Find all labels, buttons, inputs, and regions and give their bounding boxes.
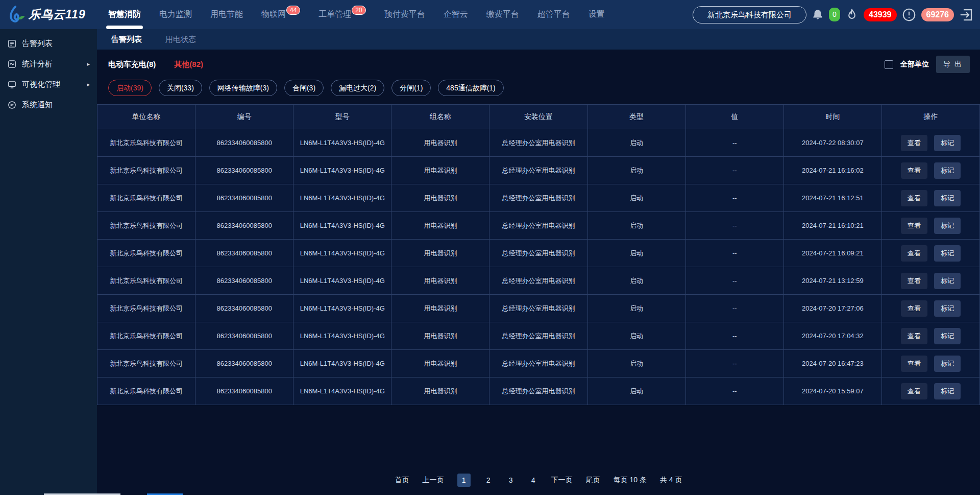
view-button[interactable]: 查看 <box>901 273 927 289</box>
alarm-type-chip[interactable]: 网络传输故障(3) <box>209 80 277 96</box>
pagination-last[interactable]: 尾页 <box>586 476 600 485</box>
sidebar-item-label: 告警列表 <box>22 39 53 49</box>
cell-unit-name: 新北京乐鸟科技有限公司 <box>97 212 195 240</box>
pagination-next[interactable]: 下一页 <box>551 476 573 485</box>
sidebar-item-alarm-list[interactable]: 告警列表 <box>0 33 97 54</box>
cell-alarm-type: 启动 <box>587 212 685 240</box>
cell-actions: 查看 标记 <box>881 295 979 322</box>
nav-item[interactable]: 智慧消防 <box>108 1 141 28</box>
category-filter[interactable]: 电动车充电(8) <box>108 60 156 69</box>
exclamation-icon[interactable] <box>901 7 917 22</box>
content-tab[interactable]: 用电状态 <box>165 35 196 44</box>
sidebar-item-label: 系统通知 <box>22 100 53 110</box>
export-button[interactable]: 导 出 <box>936 56 970 73</box>
fire-icon[interactable] <box>845 8 859 22</box>
mark-button[interactable]: 标记 <box>934 162 961 179</box>
pagination-page[interactable]: 2 <box>484 476 493 484</box>
view-button[interactable]: 查看 <box>901 190 927 206</box>
cell-value: -- <box>685 267 783 295</box>
logout-icon[interactable] <box>959 7 974 22</box>
sidebar-item-system-notice[interactable]: 系统通知 <box>0 95 97 115</box>
mark-button[interactable]: 标记 <box>934 356 961 372</box>
company-selector[interactable]: 新北京乐鸟科技有限公司 <box>693 6 806 23</box>
cell-time: 2024-07-21 13:12:59 <box>783 267 881 295</box>
category-filter[interactable]: 其他(82) <box>174 60 203 69</box>
view-button[interactable]: 查看 <box>901 135 927 151</box>
view-button[interactable]: 查看 <box>901 245 927 262</box>
cell-actions: 查看 标记 <box>881 322 979 350</box>
cell-install-location: 总经理办公室用电器识别 <box>489 350 587 378</box>
pagination-page[interactable]: 3 <box>506 476 516 484</box>
cell-group-name: 用电器识别 <box>391 378 489 405</box>
column-header: 编号 <box>195 105 293 129</box>
mark-button[interactable]: 标记 <box>934 135 961 151</box>
alarm-type-chip[interactable]: 合闸(3) <box>284 80 324 96</box>
cell-install-location: 总经理办公室用电器识别 <box>489 157 587 184</box>
nav-item[interactable]: 设置 <box>589 1 605 28</box>
view-button[interactable]: 查看 <box>901 162 927 179</box>
view-button[interactable]: 查看 <box>901 383 927 399</box>
column-header: 值 <box>685 105 783 129</box>
nav-item[interactable]: 用电节能 <box>210 1 243 28</box>
view-button[interactable]: 查看 <box>901 356 927 372</box>
cell-model: LN6M-L1T4A3V3-HS(ID)-4G <box>293 240 391 267</box>
table-row: 新北京乐鸟科技有限公司 862334060085800 LN6M-L1T4A3V… <box>97 129 980 157</box>
nav-item[interactable]: 超管平台 <box>537 1 570 28</box>
mark-button[interactable]: 标记 <box>934 383 961 399</box>
pagination-page[interactable]: 1 <box>457 474 471 487</box>
cell-device-code: 862334060085800 <box>195 350 293 378</box>
pagination-page[interactable]: 4 <box>529 476 538 484</box>
table-body: 新北京乐鸟科技有限公司 862334060085800 LN6M-L1T4A3V… <box>97 129 980 405</box>
top-navbar: 乐鸟云119 智慧消防 电力监测 用电节能 物联网44 工单管理20 预付费平 <box>0 0 980 29</box>
cell-value: -- <box>685 350 783 378</box>
cell-unit-name: 新北京乐鸟科技有限公司 <box>97 378 195 405</box>
nav-item[interactable]: 电力监测 <box>159 1 192 28</box>
nav-item[interactable]: 物联网44 <box>261 1 300 28</box>
alarm-type-chips: 启动(39) 关闭(33) 网络传输故障(3) 合闸(3) 漏电过大(2) 分闸… <box>108 80 970 96</box>
column-header: 单位名称 <box>97 105 195 129</box>
sidebar: 告警列表 统计分析 ▸ 可视化管理 ▸ 系统通知 <box>0 29 97 495</box>
mark-button[interactable]: 标记 <box>934 273 961 289</box>
view-button[interactable]: 查看 <box>901 300 927 317</box>
mark-button[interactable]: 标记 <box>934 218 961 234</box>
cell-alarm-type: 启动 <box>587 240 685 267</box>
visual-icon <box>7 80 17 89</box>
mark-button[interactable]: 标记 <box>934 328 961 344</box>
nav-item[interactable]: 缴费平台 <box>486 1 519 28</box>
mark-button[interactable]: 标记 <box>934 300 961 317</box>
nav-item[interactable]: 企智云 <box>444 1 468 28</box>
cell-value: -- <box>685 157 783 184</box>
cell-install-location: 总经理办公室用电器识别 <box>489 378 587 405</box>
sidebar-item-statistics[interactable]: 统计分析 ▸ <box>0 54 97 74</box>
cell-group-name: 用电器识别 <box>391 350 489 378</box>
cell-actions: 查看 标记 <box>881 240 979 267</box>
filter-top-row: 电动车充电(8) 其他(82) 全部单位 导 出 <box>108 57 970 72</box>
pagination-prev[interactable]: 上一页 <box>423 476 444 485</box>
view-button[interactable]: 查看 <box>901 218 927 234</box>
mark-button[interactable]: 标记 <box>934 190 961 206</box>
cell-time: 2024-07-21 16:16:02 <box>783 157 881 184</box>
filter-section: 电动车充电(8) 其他(82) 全部单位 导 出 启动(39) 关闭(33) 网… <box>97 50 980 104</box>
alarm-type-chip[interactable]: 关闭(33) <box>159 80 202 96</box>
alarm-type-chip[interactable]: 485通信故障(1) <box>438 80 503 96</box>
pagination-first[interactable]: 首页 <box>395 476 409 485</box>
view-button[interactable]: 查看 <box>901 328 927 344</box>
alarm-type-chip[interactable]: 漏电过大(2) <box>331 80 384 96</box>
sidebar-item-visualization[interactable]: 可视化管理 ▸ <box>0 74 97 95</box>
alarm-type-chip[interactable]: 启动(39) <box>108 80 152 96</box>
alarm-type-chip[interactable]: 分闸(1) <box>391 80 431 96</box>
cell-alarm-type: 启动 <box>587 267 685 295</box>
cell-model: LN6M-L1T4A3V3-HS(ID)-4G <box>293 184 391 212</box>
nav-item-label: 超管平台 <box>537 10 570 18</box>
mark-button[interactable]: 标记 <box>934 245 961 262</box>
nav-item-label: 智慧消防 <box>108 10 141 18</box>
cell-actions: 查看 标记 <box>881 267 979 295</box>
nav-item[interactable]: 预付费平台 <box>384 1 425 28</box>
content-tab[interactable]: 告警列表 <box>111 35 142 44</box>
cell-alarm-type: 启动 <box>587 157 685 184</box>
nav-item[interactable]: 工单管理20 <box>318 1 365 28</box>
cell-model: LN6M-L1T4A3V3-HS(ID)-4G <box>293 322 391 350</box>
all-units-checkbox[interactable] <box>885 60 893 69</box>
bell-icon[interactable] <box>811 8 824 21</box>
cell-unit-name: 新北京乐鸟科技有限公司 <box>97 240 195 267</box>
